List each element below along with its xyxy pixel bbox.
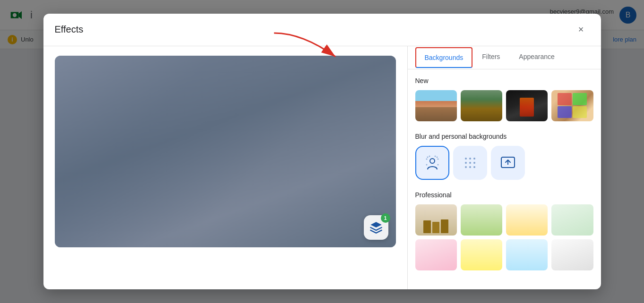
svg-point-6 — [429, 155, 430, 157]
modal-body: 1 Backgrounds Filters Appearance — [43, 46, 601, 290]
blur-portrait-btn[interactable] — [415, 146, 449, 180]
full-blur-icon — [462, 154, 479, 171]
right-panel: Backgrounds Filters Appearance New — [407, 46, 601, 290]
svg-point-4 — [426, 158, 427, 160]
svg-point-17 — [473, 162, 475, 164]
modal-title: Effects — [55, 24, 84, 35]
tab-appearance[interactable]: Appearance — [509, 46, 564, 69]
svg-point-7 — [437, 158, 438, 160]
bg-new-4[interactable] — [551, 90, 593, 121]
tab-backgrounds[interactable]: Backgrounds — [415, 47, 473, 68]
bg-new-3[interactable] — [506, 90, 548, 121]
layers-icon — [369, 221, 383, 234]
bg-new-1[interactable] — [415, 90, 457, 121]
svg-point-16 — [469, 162, 471, 164]
svg-point-10 — [426, 164, 427, 165]
bg-pro-4[interactable] — [551, 204, 593, 236]
tab-filters[interactable]: Filters — [472, 46, 509, 69]
section-blur-title: Blur and personal backgrounds — [415, 133, 593, 140]
bg-pro-8[interactable] — [551, 239, 593, 270]
effects-modal: Effects × 1 — [43, 14, 601, 290]
thumb-inner-4 — [551, 90, 593, 121]
modal-header: Effects × — [43, 14, 601, 46]
bg-pro-5[interactable] — [415, 239, 457, 270]
new-backgrounds-grid — [415, 90, 593, 121]
bg-pro-1[interactable] — [415, 204, 457, 236]
video-gradient — [55, 56, 396, 247]
bg-pro-7[interactable] — [506, 239, 548, 270]
thumb-inner-2 — [461, 90, 502, 121]
section-new-title: New — [415, 77, 593, 84]
panel-content[interactable]: New — [408, 69, 601, 290]
svg-point-8 — [436, 156, 438, 158]
svg-point-9 — [434, 155, 436, 157]
svg-point-15 — [465, 162, 467, 164]
bg-new-2[interactable] — [461, 90, 502, 121]
upload-icon — [500, 155, 515, 170]
thumb-inner-1 — [415, 90, 457, 121]
blur-full-btn[interactable] — [453, 146, 487, 180]
svg-point-12 — [465, 158, 467, 160]
tabs-bar: Backgrounds Filters Appearance — [408, 46, 601, 69]
thumb-inner-3 — [506, 90, 548, 121]
svg-point-18 — [465, 166, 467, 168]
svg-point-3 — [430, 159, 435, 163]
svg-point-13 — [469, 158, 471, 160]
svg-point-19 — [469, 166, 471, 168]
modal-close-button[interactable]: × — [573, 21, 590, 38]
video-panel: 1 — [43, 46, 407, 290]
effects-badge[interactable]: 1 — [364, 215, 388, 240]
bg-pro-6[interactable] — [461, 239, 502, 270]
badge-count: 1 — [381, 213, 390, 223]
svg-point-14 — [473, 158, 475, 160]
svg-point-20 — [473, 166, 475, 168]
bg-pro-2[interactable] — [461, 204, 502, 236]
professional-grid — [415, 204, 593, 270]
video-preview: 1 — [55, 56, 396, 247]
upload-background-btn[interactable] — [491, 146, 525, 180]
blur-grid — [415, 146, 593, 180]
section-professional-title: Professional — [415, 191, 593, 199]
bg-pro-3[interactable] — [506, 204, 548, 236]
svg-point-5 — [427, 156, 428, 158]
modal-overlay: Effects × 1 — [0, 0, 644, 303]
svg-point-11 — [437, 164, 438, 165]
portrait-blur-icon — [424, 154, 441, 171]
